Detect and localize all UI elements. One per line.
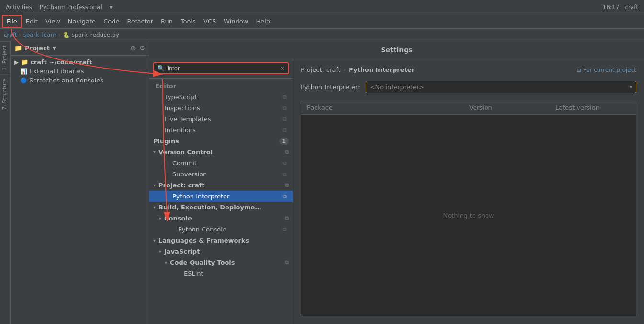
project-dropdown-icon[interactable]: ▾ (53, 45, 56, 52)
project-settings-icon[interactable]: ⚙ (139, 45, 145, 52)
nav-group-console[interactable]: ▾ Console ⧉ (149, 213, 293, 224)
search-box: 🔍 ✕ (149, 58, 293, 79)
interpreter-label: Python Interpreter: (301, 83, 360, 91)
nav-item-inspections[interactable]: Inspections ⧉ (149, 103, 293, 114)
content-area: Settings 🔍 ✕ Editor (149, 41, 644, 324)
side-tab-structure[interactable]: 7: Structure (0, 74, 10, 114)
menu-item-refactor[interactable]: Refactor (123, 16, 157, 27)
app-menu-arrow[interactable]: ▾ (110, 4, 113, 11)
nav-group-build[interactable]: ▾ Build, Execution, Deployme… (149, 202, 293, 213)
console-label: Console (164, 215, 192, 222)
nav-group-code-quality[interactable]: ▾ Code Quality Tools ⧉ (149, 257, 293, 268)
nav-item-intentions[interactable]: Intentions ⧉ (149, 125, 293, 136)
settings-title: Settings (381, 46, 412, 54)
nav-group-project-craft[interactable]: ▾ Project: craft ⧉ (149, 180, 293, 191)
vc-copy-icon: ⧉ (285, 149, 289, 155)
vc-label: Version Control (158, 149, 213, 156)
plugins-badge: 1 (279, 138, 289, 145)
console-chevron: ▾ (159, 216, 161, 221)
console-copy-icon: ⧉ (285, 215, 289, 221)
menu-item-help[interactable]: Help (252, 16, 274, 27)
intentions-label: Intentions (161, 127, 196, 134)
python-interpreter-nav-label: Python Interpreter (161, 193, 229, 200)
javascript-label: JavaScript (164, 248, 200, 255)
tree-item-craft[interactable]: ▶ 📁 craft ~/code/craft (11, 58, 149, 67)
menu-item-view[interactable]: View (42, 16, 64, 27)
breadcrumb-sep-2: › (58, 32, 61, 38)
menu-item-run[interactable]: Run (157, 16, 177, 27)
menu-item-navigate[interactable]: Navigate (64, 16, 100, 27)
menu-item-file[interactable]: File (2, 15, 22, 28)
settings-breadcrumb-page: Python Interpreter (349, 66, 415, 73)
tree-item-scratches[interactable]: 🔵 Scratches and Consoles (11, 76, 149, 85)
subversion-copy-icon: ⧉ (283, 171, 287, 177)
settings-body: 🔍 ✕ Editor TypeScript ⧉ (149, 58, 644, 324)
nav-item-live-templates[interactable]: Live Templates ⧉ (149, 114, 293, 125)
settings-content: Project: craft › Python Interpreter ⊞ Fo… (293, 58, 644, 324)
nav-item-python-interpreter[interactable]: Python Interpreter ⧉ (149, 191, 293, 202)
project-title: Project (25, 45, 50, 52)
vc-chevron: ▾ (153, 150, 156, 155)
settings-header: Settings (149, 41, 644, 58)
menu-item-tools[interactable]: Tools (177, 16, 200, 27)
activities-label[interactable]: Activities (6, 4, 32, 11)
nav-group-javascript[interactable]: ▾ JavaScript (149, 246, 293, 257)
subversion-label: Subversion (161, 171, 207, 178)
settings-breadcrumb-sep: › (343, 66, 346, 73)
project-craft-copy-icon: ⧉ (285, 182, 289, 188)
inspections-label: Inspections (161, 104, 200, 112)
menu-item-window[interactable]: Window (220, 16, 252, 27)
app-name: PyCharm Professional (40, 4, 102, 11)
nav-item-eslint[interactable]: ESLint (149, 268, 293, 279)
table-header: Package Version Latest version (301, 101, 636, 115)
system-bar: Activities PyCharm Professional ▾ 16:17 … (0, 0, 644, 14)
interpreter-dropdown[interactable]: <No interpreter> ▾ (366, 81, 636, 93)
search-icon: 🔍 (157, 65, 165, 72)
live-templates-copy-icon: ⧉ (283, 116, 287, 122)
project-add-icon[interactable]: ⊕ (130, 45, 136, 52)
menu-item-vcs[interactable]: VCS (200, 16, 220, 27)
build-label: Build, Execution, Deployme… (158, 204, 261, 211)
nav-item-typescript[interactable]: TypeScript ⧉ (149, 92, 293, 103)
col-version: Version (463, 104, 550, 111)
breadcrumb-craft[interactable]: craft (4, 32, 17, 38)
project-craft-chevron: ▾ (153, 183, 156, 188)
code-quality-chevron: ▾ (165, 260, 167, 265)
search-input[interactable] (168, 65, 277, 72)
for-current-project-link[interactable]: ⊞ For current project (577, 67, 636, 73)
plugins-label: Plugins (153, 138, 179, 145)
menu-item-code[interactable]: Code (100, 16, 123, 27)
settings-breadcrumb: Project: craft › Python Interpreter ⊞ Fo… (301, 66, 636, 73)
dropdown-arrow-icon: ▾ (630, 84, 632, 90)
project-panel-header: 📁 Project ▾ ⊕ ⚙ (11, 41, 149, 56)
side-tab-project[interactable]: 1: Project (0, 41, 10, 74)
breadcrumb-spark-learn[interactable]: spark_learn (23, 32, 56, 38)
nav-item-commit[interactable]: Commit ⧉ (149, 158, 293, 169)
commit-copy-icon: ⧉ (283, 160, 287, 166)
live-templates-label: Live Templates (161, 116, 211, 123)
search-input-wrap[interactable]: 🔍 ✕ (153, 62, 289, 74)
col-package: Package (301, 104, 463, 111)
commit-label: Commit (161, 160, 197, 167)
project-tree: ▶ 📁 craft ~/code/craft 📊 External Librar… (11, 56, 149, 324)
project-craft-group-label: Project: craft (158, 182, 205, 189)
intentions-copy-icon: ⧉ (283, 127, 287, 133)
side-tabs: 1: Project 7: Structure (0, 41, 11, 324)
tree-item-external-libs[interactable]: 📊 External Libraries (11, 67, 149, 76)
settings-breadcrumb-project: Project: craft (301, 66, 340, 73)
nav-item-python-console[interactable]: Python Console ⧉ (149, 224, 293, 235)
settings-panel: Settings 🔍 ✕ Editor (149, 41, 644, 324)
inspections-copy-icon: ⧉ (283, 105, 287, 111)
nav-group-plugins[interactable]: Plugins 1 (149, 136, 293, 147)
breadcrumb-sep-1: › (19, 32, 22, 38)
code-quality-copy-icon: ⧉ (285, 259, 289, 266)
project-panel: 📁 Project ▾ ⊕ ⚙ ▶ 📁 craft ~/code/craft 📊… (11, 41, 149, 324)
search-clear-icon[interactable]: ✕ (280, 65, 285, 72)
nav-group-languages[interactable]: ▾ Languages & Frameworks (149, 235, 293, 246)
breadcrumb-file: 🐍 spark_reduce.py (63, 32, 119, 38)
nav-item-subversion[interactable]: Subversion ⧉ (149, 169, 293, 180)
menu-item-edit[interactable]: Edit (22, 16, 42, 27)
eslint-label: ESLint (161, 270, 203, 277)
interpreter-row: Python Interpreter: <No interpreter> ▾ (301, 81, 636, 93)
nav-group-version-control[interactable]: ▾ Version Control ⧉ (149, 147, 293, 158)
